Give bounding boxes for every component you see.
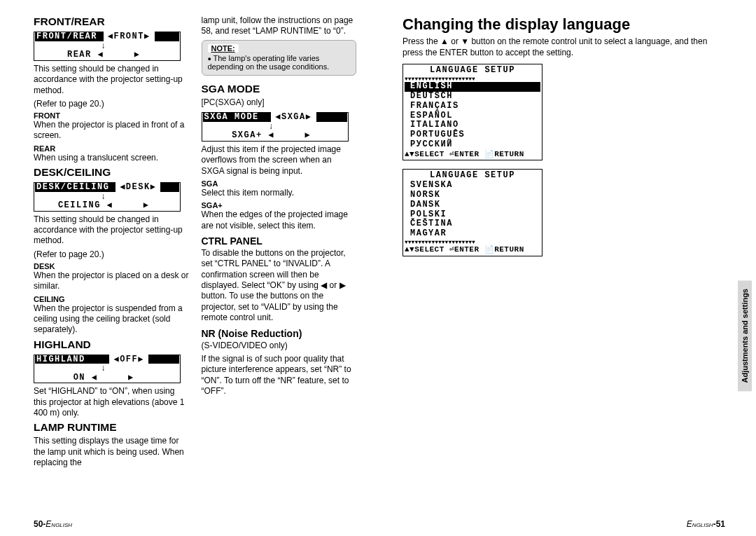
column-1: FRONT/REAR FRONT/REAR ◀FRONT▶ ↓REAR ◀ ▶ … <box>34 15 189 472</box>
page-footer-right: English-51 <box>687 519 725 529</box>
paragraph: To disable the buttons on the projector,… <box>202 248 357 324</box>
menu-footer: ▲▼SELECT ⏎ENTER 📄RETURN <box>405 150 540 159</box>
paragraph: This setting should be changed in accord… <box>34 64 189 96</box>
osd-desk-ceiling: DESK/CEILING ◀DESK▶ ↓CEILING ◀ ▶ <box>34 182 181 212</box>
subhead: SGA <box>202 179 357 188</box>
paragraph: Set “HIGHLAND” to “ON”, when using this … <box>34 386 189 418</box>
subhead: REAR <box>34 144 189 153</box>
paragraph: When the projector is placed on a desk o… <box>34 270 189 292</box>
section-heading: FRONT/REAR <box>34 15 189 28</box>
osd-highland: HIGHLAND ◀OFF▶ ↓ON ◀ ▶ <box>34 355 181 384</box>
language-option: NORSK <box>405 191 540 200</box>
section-heading: SGA MODE <box>202 83 357 95</box>
language-option: MAGYAR <box>405 229 540 239</box>
paragraph: Select this item normally. <box>202 188 357 198</box>
section-heading: NR (Noise Reduction) <box>202 328 357 339</box>
subhead: CEILING <box>34 295 189 303</box>
language-menu-1: LANGUAGE SETUP ▼▼▼▼▼▼▼▼▼▼▼▼▼▼▼▼▼▼▼▼▼ ENG… <box>402 64 542 160</box>
osd-front-rear: FRONT/REAR ◀FRONT▶ ↓REAR ◀ ▶ <box>34 32 181 61</box>
menu-title: LANGUAGE SETUP <box>405 66 540 76</box>
language-option: SVENSKA <box>405 181 540 191</box>
paragraph: lamp unit, follow the instructions on pa… <box>202 15 357 37</box>
paragraph: When using a translucent screen. <box>34 153 189 163</box>
language-option: ČEŠTINA <box>405 219 540 229</box>
section-heading: CTRL PANEL <box>202 235 357 247</box>
section-heading: LAMP RUNTIME <box>34 421 189 434</box>
language-option: DEUTSCH <box>405 92 540 102</box>
paragraph: This setting should be changed in accord… <box>34 214 189 247</box>
note-heading: NOTE: <box>208 44 239 53</box>
section-heading: HIGHLAND <box>34 338 189 351</box>
note-box: NOTE: The lamp's operating life varies d… <box>202 40 357 76</box>
page-51: Changing the display language Press the … <box>372 0 756 536</box>
page-title: Changing the display language <box>402 15 725 34</box>
note-item: The lamp's operating life varies dependi… <box>208 54 353 71</box>
intro-text: Press the ▲ or ▼ button on the remote co… <box>402 36 725 58</box>
language-option: DANSK <box>405 200 540 210</box>
paragraph: Adjust this item if the projected image … <box>202 144 357 177</box>
language-option: PORTUGUÊS <box>405 130 540 140</box>
page-ref: (Refer to page 20.) <box>34 99 189 109</box>
osd-sxga: SXGA MODE ◀SXGA▶ ↓SXGA+ ◀ ▶ <box>202 112 349 142</box>
menu-footer: ▲▼SELECT ⏎ENTER 📄RETURN <box>405 245 540 254</box>
subhead: SGA+ <box>202 201 357 209</box>
language-option: FRANÇAIS <box>405 102 540 111</box>
paragraph: If the signal is of such poor quality th… <box>202 354 357 397</box>
language-option: ESPAÑOL <box>405 111 540 121</box>
language-option: ENGLISH <box>405 82 540 92</box>
page-50: FRONT/REAR FRONT/REAR ◀FRONT▶ ↓REAR ◀ ▶ … <box>0 0 372 536</box>
section-heading: DESK/CEILING <box>34 166 189 179</box>
column-2: lamp unit, follow the instructions on pa… <box>202 15 357 472</box>
availability: (S-VIDEO/VIDEO only) <box>202 341 357 351</box>
availability: [PC(SXGA) only] <box>202 97 357 108</box>
side-tab: Adjustments and settings <box>738 280 752 391</box>
language-menu-2: LANGUAGE SETUP SVENSKANORSKDANSKPOLSKIČE… <box>402 169 542 256</box>
page-footer-left: 50-English <box>34 519 72 529</box>
subhead: DESK <box>34 262 189 270</box>
paragraph: When the projector is suspended from a c… <box>34 303 189 336</box>
paragraph: When the edges of the projected image ar… <box>202 209 357 231</box>
subhead: FRONT <box>34 111 189 120</box>
page-ref: (Refer to page 20.) <box>34 249 189 259</box>
paragraph: When the projector is placed in front of… <box>34 120 189 142</box>
language-option: РУССКИЙ <box>405 140 540 150</box>
paragraph: This setting displays the usage time for… <box>34 436 189 468</box>
menu-title: LANGUAGE SETUP <box>405 171 540 181</box>
